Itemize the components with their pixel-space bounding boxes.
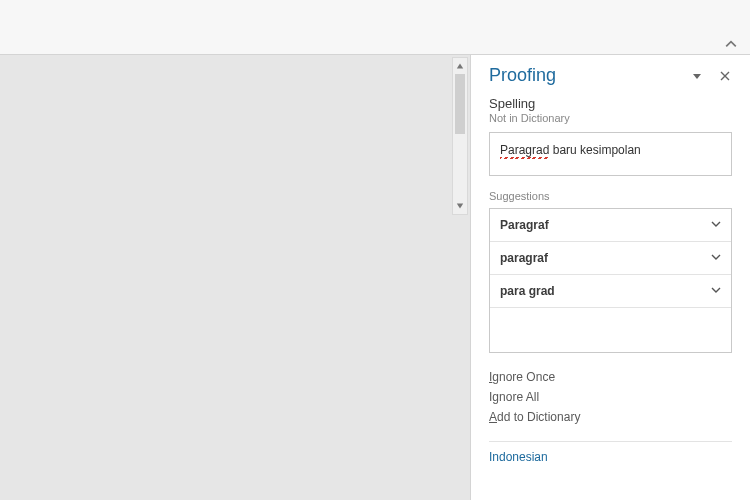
ribbon-placeholder xyxy=(0,0,750,55)
scroll-thumb[interactable] xyxy=(455,74,465,134)
pane-close-button[interactable] xyxy=(718,69,732,83)
action-label: Ignore Once xyxy=(489,370,555,384)
ribbon-collapse-button[interactable] xyxy=(724,37,738,51)
not-in-dictionary-box[interactable]: Paragrad baru kesimpolan xyxy=(489,132,732,176)
ignore-all-link[interactable]: Ignore All xyxy=(489,387,732,407)
add-to-dictionary-link[interactable]: Add to Dictionary xyxy=(489,407,732,427)
suggestion-text: Paragraf xyxy=(500,218,711,232)
suggestion-dropdown[interactable] xyxy=(711,284,721,298)
suggestion-dropdown[interactable] xyxy=(711,251,721,265)
chevron-down-icon xyxy=(711,252,721,262)
ignore-once-link[interactable]: Ignore Once xyxy=(489,367,732,387)
pane-options-button[interactable] xyxy=(690,69,704,83)
scroll-down-button[interactable] xyxy=(453,198,467,214)
suggestions-label: Suggestions xyxy=(489,190,732,202)
spelling-section-label: Spelling xyxy=(489,96,732,111)
error-word: Paragrad xyxy=(500,143,549,157)
language-link[interactable]: Indonesian xyxy=(489,450,732,464)
triangle-down-icon xyxy=(692,71,702,81)
close-icon xyxy=(720,71,730,81)
divider xyxy=(489,441,732,442)
suggestion-item[interactable]: Paragraf xyxy=(490,209,731,242)
suggestion-text: para grad xyxy=(500,284,711,298)
not-in-dictionary-label: Not in Dictionary xyxy=(489,112,732,124)
pane-header: Proofing xyxy=(489,65,732,86)
vertical-scrollbar[interactable] xyxy=(452,57,468,215)
suggestion-dropdown[interactable] xyxy=(711,218,721,232)
suggestions-empty-area xyxy=(490,308,731,352)
chevron-down-icon xyxy=(711,219,721,229)
suggestions-list: Paragraf paragraf para grad xyxy=(489,208,732,353)
chevron-up-icon xyxy=(725,38,737,50)
triangle-down-icon xyxy=(456,202,464,210)
sentence-rest: baru kesimpolan xyxy=(549,143,640,157)
chevron-down-icon xyxy=(711,285,721,295)
triangle-up-icon xyxy=(456,62,464,70)
proofing-pane: Proofing Spelling Not in Dictionary Para… xyxy=(470,55,750,500)
actions-group: Ignore Once Ignore All Add to Dictionary xyxy=(489,367,732,427)
suggestion-item[interactable]: paragraf xyxy=(490,242,731,275)
workspace: Proofing Spelling Not in Dictionary Para… xyxy=(0,55,750,500)
document-area[interactable] xyxy=(0,55,470,500)
scroll-track[interactable] xyxy=(453,74,467,198)
pane-controls xyxy=(690,69,732,83)
language-label: Indonesian xyxy=(489,450,548,464)
action-label: Add to Dictionary xyxy=(489,410,580,424)
suggestion-text: paragraf xyxy=(500,251,711,265)
suggestion-item[interactable]: para grad xyxy=(490,275,731,308)
pane-title: Proofing xyxy=(489,65,690,86)
action-label: Ignore All xyxy=(489,390,539,404)
scroll-up-button[interactable] xyxy=(453,58,467,74)
